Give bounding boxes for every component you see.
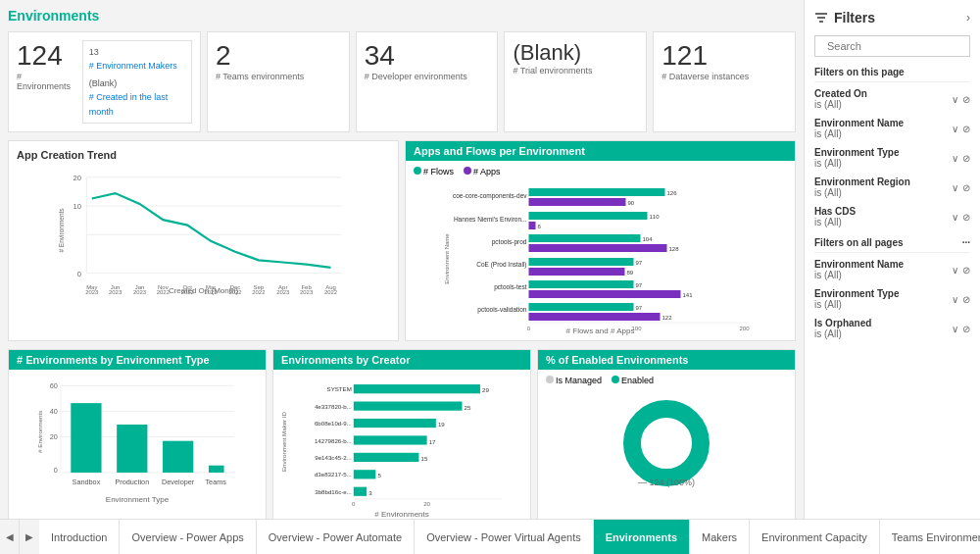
- kpi-card-trial: (Blank) # Trial environments: [504, 31, 647, 132]
- svg-rect-49: [529, 258, 634, 266]
- tab-bar: ◀ ▶ Introduction Overview - Power Apps O…: [0, 519, 980, 554]
- svg-text:2022: 2022: [252, 289, 265, 294]
- svg-rect-53: [529, 280, 634, 288]
- svg-rect-103: [354, 487, 367, 496]
- tab-overview-power-virtual-agents[interactable]: Overview - Power Virtual Agents: [415, 520, 594, 554]
- filters-panel: Filters › Filters on this page Created O…: [804, 0, 980, 519]
- svg-text:10: 10: [73, 202, 80, 211]
- chart-title-envs-type: # Environments by Environment Type: [9, 350, 266, 370]
- chart-envs-by-creator: Environments by Creator SYSTEM 4e337820-…: [272, 349, 531, 519]
- kpi-number-dataverse: 121: [662, 40, 787, 72]
- svg-text:110: 110: [650, 214, 661, 220]
- filter-has-cds-clear[interactable]: ⊘: [962, 212, 970, 223]
- svg-text:97: 97: [636, 305, 643, 311]
- filter-all-env-type-clear[interactable]: ⊘: [962, 294, 970, 305]
- legend-enabled-dot: [612, 376, 619, 383]
- vbar-chart-svg: 60 40 20 0: [17, 376, 258, 498]
- search-input[interactable]: [827, 40, 962, 52]
- filters-header: Filters ›: [814, 10, 970, 25]
- tab-environments[interactable]: Environments: [594, 520, 690, 554]
- filter-env-region-expand[interactable]: ∨: [952, 182, 958, 193]
- filter-env-name-clear[interactable]: ⊘: [962, 124, 970, 134]
- tab-teams-environments[interactable]: Teams Environments: [880, 520, 980, 554]
- svg-text:2023: 2023: [133, 289, 147, 294]
- svg-rect-51: [529, 268, 625, 276]
- filter-has-cds-expand[interactable]: ∨: [952, 212, 958, 223]
- svg-text:6b08e10d-9...: 6b08e10d-9...: [315, 420, 352, 427]
- tab-nav-left[interactable]: ◀: [0, 520, 20, 554]
- legend-enabled-label: Enabled: [621, 376, 654, 385]
- filters-toggle-btn[interactable]: ›: [966, 11, 970, 25]
- svg-rect-77: [163, 441, 193, 473]
- chart-title-enabled: % of Enabled Environments: [538, 350, 795, 370]
- svg-text:Hannes Niemi's Environ...: Hannes Niemi's Environ...: [454, 216, 527, 223]
- tab-overview-power-automate[interactable]: Overview - Power Automate: [257, 520, 415, 554]
- svg-text:# Environments: # Environments: [57, 208, 64, 253]
- chart-title-apps-flows: Apps and Flows per Environment: [406, 141, 795, 161]
- svg-rect-95: [354, 419, 436, 428]
- kpi-env-blank: (Blank): [89, 76, 185, 90]
- svg-rect-75: [71, 403, 101, 473]
- tab-introduction[interactable]: Introduction: [39, 520, 120, 554]
- tab-environment-capacity[interactable]: Environment Capacity: [750, 520, 880, 554]
- svg-text:14279826-b...: 14279826-b...: [315, 436, 352, 443]
- svg-text:4e337820-b...: 4e337820-b...: [315, 403, 352, 410]
- filter-all-is-orphaned-expand[interactable]: ∨: [952, 324, 958, 334]
- svg-text:2023: 2023: [300, 289, 314, 294]
- line-chart-svg: 20 10 0 May 2023 Jun 2023 Jan 2023 Nov 2…: [17, 167, 390, 294]
- filter-env-type-expand[interactable]: ∨: [952, 153, 958, 164]
- svg-text:20: 20: [423, 500, 430, 507]
- svg-rect-57: [529, 303, 634, 311]
- filter-env-type-clear[interactable]: ⊘: [962, 153, 970, 164]
- creator-chart-svg: SYSTEM 4e337820-b... 6b08e10d-9... 14279…: [281, 376, 522, 508]
- svg-point-109: [632, 409, 701, 478]
- kpi-number-teams: 2: [216, 40, 341, 72]
- svg-text:Production: Production: [115, 478, 149, 486]
- svg-text:20: 20: [73, 174, 80, 182]
- svg-text:2023: 2023: [109, 289, 122, 294]
- svg-text:5: 5: [377, 472, 381, 478]
- svg-rect-76: [117, 425, 147, 473]
- svg-rect-99: [354, 453, 419, 462]
- filter-icon: [814, 11, 828, 25]
- filter-created-on-clear[interactable]: ⊘: [962, 94, 970, 105]
- svg-text:19: 19: [438, 421, 445, 428]
- kpi-card-teams: 2 # Teams environments: [207, 31, 350, 132]
- svg-text:pctools-prod: pctools-prod: [492, 238, 527, 246]
- charts-row-2: # Environments by Environment Type 60 40…: [8, 349, 796, 519]
- svg-text:40: 40: [50, 406, 58, 415]
- svg-rect-37: [529, 188, 665, 196]
- filters-all-pages-menu[interactable]: ···: [962, 237, 970, 248]
- filter-created-on-expand[interactable]: ∨: [952, 94, 958, 105]
- svg-text:Sandbox: Sandbox: [73, 478, 101, 486]
- svg-text:CoE (Prod Install): CoE (Prod Install): [476, 261, 526, 269]
- kpi-card-dataverse: 121 # Dataverse instances: [653, 31, 796, 132]
- kpi-number-trial: (Blank): [513, 40, 638, 66]
- dashboard: Environments 124 # Environments 13 # Env…: [0, 0, 804, 519]
- tab-overview-power-apps[interactable]: Overview - Power Apps: [120, 520, 256, 554]
- filter-all-is-orphaned-clear[interactable]: ⊘: [962, 324, 970, 334]
- filter-all-env-type: Environment Type is (All) ∨ ⊘: [814, 288, 970, 310]
- tab-makers[interactable]: Makers: [690, 520, 750, 554]
- svg-rect-78: [209, 466, 224, 473]
- svg-text:126: 126: [667, 190, 678, 196]
- filter-env-name-expand[interactable]: ∨: [952, 124, 958, 134]
- filter-all-env-name-expand[interactable]: ∨: [952, 265, 958, 276]
- kpi-card-developer: 34 # Developer environments: [356, 31, 499, 132]
- filter-created-on: Created On is (All) ∨ ⊘: [814, 88, 970, 110]
- kpi-label-trial: # Trial environments: [513, 66, 638, 76]
- svg-rect-47: [529, 244, 667, 252]
- kpi-label-developer: # Developer environments: [365, 72, 490, 81]
- filter-all-env-type-expand[interactable]: ∨: [952, 294, 958, 305]
- filter-env-region-clear[interactable]: ⊘: [962, 182, 970, 193]
- svg-text:# Environments: # Environments: [36, 411, 43, 453]
- tab-nav-right[interactable]: ▶: [20, 520, 39, 554]
- page-title: Environments: [8, 8, 796, 24]
- svg-rect-97: [354, 435, 427, 444]
- filter-env-name: Environment Name is (All) ∨ ⊘: [814, 118, 970, 139]
- filter-all-env-name-clear[interactable]: ⊘: [962, 265, 970, 276]
- filters-all-pages-label: Filters on all pages ···: [814, 237, 970, 253]
- svg-text:128: 128: [669, 246, 680, 252]
- kpi-label-dataverse: # Dataverse instances: [662, 72, 787, 81]
- svg-text:3: 3: [368, 489, 372, 496]
